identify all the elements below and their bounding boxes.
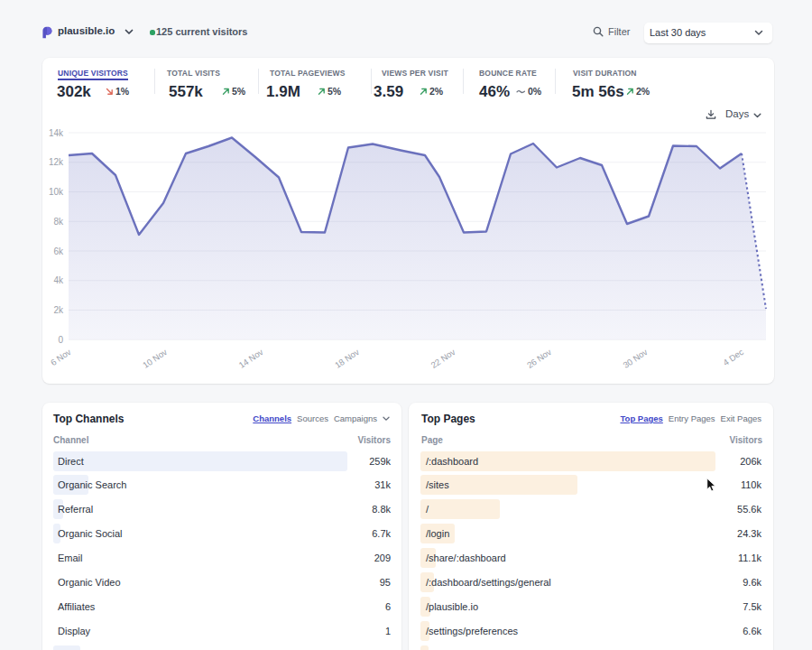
svg-text:0: 0 (58, 335, 63, 345)
svg-text:4k: 4k (53, 275, 64, 285)
svg-text:4 Dec: 4 Dec (721, 347, 745, 367)
svg-text:12k: 12k (49, 157, 64, 167)
svg-text:30 Nov: 30 Nov (621, 347, 649, 370)
svg-text:22 Nov: 22 Nov (429, 347, 457, 370)
svg-text:10k: 10k (49, 187, 64, 197)
svg-text:18 Nov: 18 Nov (333, 347, 361, 370)
svg-text:14 Nov: 14 Nov (237, 347, 265, 370)
svg-text:8k: 8k (53, 217, 64, 227)
svg-text:10 Nov: 10 Nov (141, 347, 169, 370)
svg-text:26 Nov: 26 Nov (525, 347, 553, 370)
svg-text:14k: 14k (49, 128, 64, 138)
svg-text:6 Nov: 6 Nov (49, 347, 73, 367)
svg-text:2k: 2k (53, 305, 64, 315)
svg-text:6k: 6k (53, 246, 64, 256)
